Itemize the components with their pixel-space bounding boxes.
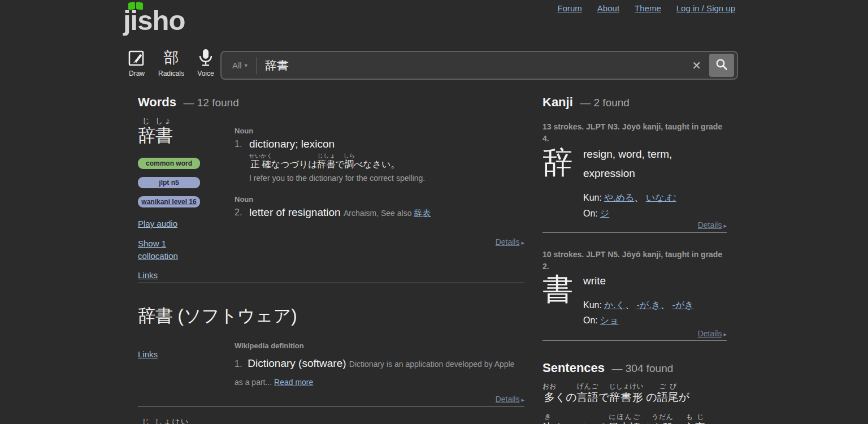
tag-jlpt-n5: jlpt n5 — [138, 177, 200, 188]
tag-wanikani-level[interactable]: wanikani level 16 — [138, 196, 200, 207]
collocations-link[interactable]: Show 1 collocation — [138, 237, 194, 262]
kanji-character: 書 — [542, 271, 583, 328]
logo-book-icon — [127, 1, 144, 11]
nav-login-signup-link[interactable]: Log in / Sign up — [676, 3, 735, 13]
words-section: Words — 12 found 辞じ書しょ common word jlpt … — [138, 95, 524, 424]
read-more-link[interactable]: Read more — [274, 378, 313, 387]
search-scope-dropdown[interactable]: All ▾ — [232, 60, 248, 70]
search-scope-value: All — [232, 60, 242, 70]
kanji-entry-2-details-link[interactable]: Details▸ — [698, 329, 727, 338]
example-sentence-translation: I refer you to the dictionary for the co… — [249, 174, 524, 183]
kanji-character: 辞 — [542, 145, 583, 221]
nav-forum-link[interactable]: Forum — [558, 3, 582, 13]
sense-gloss: letter of resignation — [249, 206, 341, 218]
sense-gloss: Dictionary (software) — [248, 357, 346, 369]
example-sentence-japanese: 正確せいかくなつづりは辞書じしょで調しらべなさい。 — [249, 153, 524, 170]
kanji-entry-1-details-link[interactable]: Details▸ — [698, 220, 727, 230]
word-entry-2-details-link[interactable]: Details▸ — [496, 395, 524, 404]
kanji-meanings: resign, word, term, expression — [583, 145, 727, 183]
kun-label: Kun: — [583, 193, 602, 202]
kanji-section-header: Kanji — 2 found — [542, 95, 630, 110]
links-link[interactable]: Links — [138, 348, 158, 361]
search-submit-button[interactable] — [709, 54, 734, 77]
kanji-meanings: write — [583, 271, 727, 291]
radicals-button[interactable]: 部 Radicals — [158, 47, 184, 77]
reading-separator: 、 — [661, 300, 672, 310]
kanji-reading-link[interactable]: いな.む — [646, 193, 676, 202]
draw-icon — [128, 47, 145, 68]
links-link[interactable]: Links — [138, 269, 158, 282]
sentences-section-header: Sentences — 304 found — [542, 361, 673, 375]
word-entry-2-title: 辞書 (ソフトウェア) — [138, 304, 297, 328]
sense-1: 1. dictionary; lexicon 正確せいかくなつづりは辞書じしょで… — [235, 138, 524, 183]
see-also-link[interactable]: 辞表 — [414, 208, 431, 218]
top-navigation: Forum About Theme Log in / Sign up — [558, 3, 735, 13]
on-label: On: — [583, 315, 598, 325]
word-entry-1-word: 辞じ書しょ — [138, 116, 231, 144]
divider — [138, 283, 524, 283]
clear-search-button[interactable]: ✕ — [684, 59, 709, 72]
nav-theme-link[interactable]: Theme — [635, 3, 661, 13]
tag-common-word: common word — [138, 158, 200, 169]
search-input[interactable] — [265, 59, 684, 72]
kanji-entry-1-info: 13 strokes. JLPT N3. Jōyō kanji, taught … — [542, 121, 727, 145]
wikipedia-sense: 1.Dictionary (software) Dictionary is an… — [235, 354, 524, 391]
sentence-line-2: 決きまっている日本語にほんごはウ段うだんの文字もじ — [542, 413, 738, 424]
draw-button[interactable]: Draw — [125, 47, 148, 77]
part-of-speech: Noun — [235, 127, 524, 135]
words-title: Words — [138, 95, 176, 109]
kanji-entry-1: 辞 resign, word, term, expression Kun:や.め… — [542, 145, 727, 221]
radicals-icon: 部 — [164, 47, 179, 68]
kanji-readings: Kun:か.く、 -が.き、 -がき On:ショ — [583, 297, 727, 328]
word-entry-1-tags: common word jlpt n5 wanikani level 16 — [138, 158, 200, 207]
sense-number: 1. — [235, 359, 242, 369]
reading-separator: 、 — [625, 300, 636, 310]
radicals-label: Radicals — [158, 70, 184, 77]
words-count: — 12 found — [184, 97, 239, 109]
divider — [542, 232, 727, 233]
divider — [542, 340, 727, 341]
sense-gloss: dictionary; lexicon — [249, 138, 335, 150]
part-of-speech: Noun — [235, 195, 524, 204]
kanji-reading-link[interactable]: ジ — [600, 209, 609, 218]
kanji-reading-link[interactable]: ショ — [600, 315, 619, 325]
kanji-reading-link[interactable]: か.く — [604, 300, 625, 310]
chevron-right-icon: ▸ — [723, 222, 727, 229]
on-label: On: — [583, 209, 598, 218]
word-entry-1-meanings: Noun 1. dictionary; lexicon 正確せいかくなつづりは辞… — [235, 127, 524, 219]
kanji-reading-link[interactable]: -がき — [672, 300, 694, 310]
chevron-right-icon: ▸ — [521, 239, 524, 246]
search-divider — [256, 57, 257, 74]
play-audio-link[interactable]: Play audio — [138, 218, 177, 230]
sense-number: 1. — [235, 139, 242, 149]
search-icon — [715, 58, 728, 72]
word-entry-2-links: Links — [138, 348, 194, 368]
kanji-readings: Kun:や.める、 いな.む On:ジ — [583, 190, 727, 220]
voice-button[interactable]: Voice — [194, 47, 217, 77]
sentences-title: Sentences — [542, 361, 605, 375]
wikipedia-definition-label: Wikipedia definition — [235, 341, 524, 350]
word-entry-1-details-link[interactable]: Details▸ — [496, 237, 524, 246]
chevron-right-icon: ▸ — [723, 331, 727, 338]
word-entry-2-meanings: Wikipedia definition 1.Dictionary (softw… — [235, 341, 524, 391]
kanji-reading-link[interactable]: や.める — [604, 193, 635, 202]
wanikani-link[interactable]: wanikani level 16 — [141, 198, 196, 206]
voice-label: Voice — [197, 70, 214, 77]
words-section-header: Words — 12 found — [138, 95, 239, 110]
kanji-count: — 2 found — [580, 97, 630, 109]
nav-about-link[interactable]: About — [597, 3, 619, 13]
kanji-reading-link[interactable]: -が.き — [637, 300, 661, 310]
sense-2: 2. letter of resignation Archaism, See a… — [235, 206, 524, 219]
sentences-count: — 304 found — [612, 362, 674, 374]
kun-label: Kun: — [583, 300, 602, 310]
sense-note: Archaism, See also 辞表 — [344, 209, 431, 218]
word-entry-3-partial: 辞じ書しょ形けい — [138, 417, 189, 424]
sense-number: 2. — [235, 207, 242, 218]
kanji-section: Kanji — 2 found 13 strokes. JLPT N3. Jōy… — [542, 95, 727, 424]
search-tools: Draw 部 Radicals Voice — [125, 47, 217, 77]
reading-separator: 、 — [635, 193, 646, 202]
jisho-logo[interactable]: jisho — [123, 1, 219, 38]
draw-label: Draw — [129, 70, 145, 77]
word-entry-1-left: 辞じ書しょ common word jlpt n5 wanikani level… — [138, 116, 231, 289]
search-bar: All ▾ ✕ — [220, 51, 738, 80]
